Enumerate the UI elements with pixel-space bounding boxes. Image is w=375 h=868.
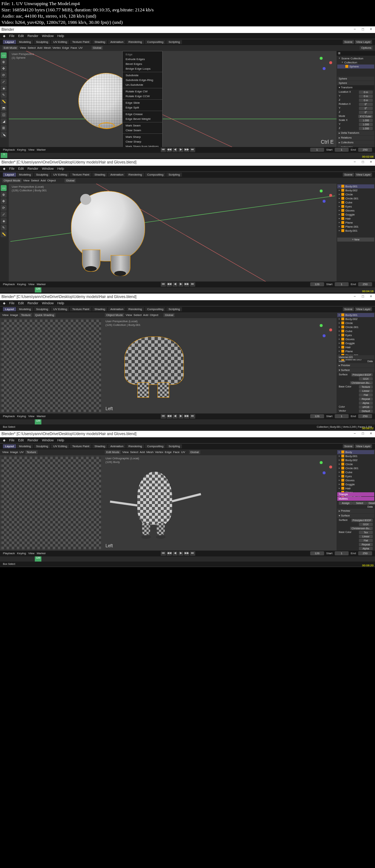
menu-item[interactable]: Un-Subdivide	[123, 82, 162, 87]
tab-layout[interactable]: Layout	[3, 173, 16, 177]
outliner-item[interactable]: ▸Gloves	[337, 478, 374, 482]
next-key-icon[interactable]: ▶▶	[184, 148, 189, 152]
mode-selector[interactable]: Edit Mode	[2, 46, 18, 50]
tab-rendering[interactable]: Rendering	[126, 40, 144, 44]
menu-item[interactable]: Edge Slide	[123, 100, 162, 105]
inset-tool-icon[interactable]: ◫	[1, 112, 7, 118]
menu-edit[interactable]: Edit	[18, 34, 24, 38]
tl-playback[interactable]: Playback	[3, 148, 15, 151]
menu-help[interactable]: Help	[57, 34, 64, 38]
menu-item[interactable]: Clear Sharp	[123, 139, 162, 144]
outliner-item[interactable]: ▸Eyes	[337, 474, 374, 478]
tb-face[interactable]: Face	[71, 46, 77, 49]
menu-item[interactable]: Mark Seam	[123, 123, 162, 128]
scene-selector[interactable]: Scene	[343, 40, 354, 44]
viewport-3d[interactable]: User Orthographic (Local)(126) Body Left	[103, 455, 337, 551]
menu-item[interactable]: Edge Bevel Weight	[123, 117, 162, 121]
tb-mesh[interactable]: Mesh	[44, 46, 51, 49]
outliner-item[interactable]: ▸Body.002	[337, 317, 374, 321]
outliner-item[interactable]: ▸Plane	[337, 221, 374, 225]
outliner-item[interactable]: ▸Circle.001	[337, 466, 374, 470]
mode-selector[interactable]: Object Mode	[2, 179, 22, 183]
outliner-item[interactable]: ▸Body.001	[337, 454, 374, 458]
nav-gizmo[interactable]	[315, 54, 334, 72]
tab-sculpting[interactable]: Sculpting	[34, 40, 51, 44]
annotate-tool-icon[interactable]: ✎	[1, 225, 7, 231]
tab-modeling[interactable]: Modeling	[17, 40, 33, 44]
menu-render[interactable]: Render	[27, 34, 38, 38]
outliner-item[interactable]: ▸Cube	[337, 470, 374, 474]
menu-item[interactable]: Bridge Edge Loops	[123, 66, 162, 71]
tab-scripting[interactable]: Scripting	[166, 40, 182, 44]
menu-edit[interactable]: Edit	[18, 167, 24, 170]
current-frame[interactable]: 1	[310, 148, 324, 152]
outliner-item[interactable]: ▸Cube	[337, 201, 374, 205]
outliner-item[interactable]: ▸Body.001	[337, 313, 374, 317]
outliner-item[interactable]: ▸Hair	[337, 345, 374, 349]
timeline[interactable]: Playback Keying View Marker ⏮ ◀◀ ◀ ▶ ▶▶ …	[0, 147, 375, 158]
texture-selector[interactable]: Texture	[19, 313, 32, 317]
menu-item[interactable]: Subdivide	[123, 73, 162, 78]
viewport-3d[interactable]: User Perspective (1) Sphere Edge Extrude…	[9, 51, 337, 147]
outliner-item[interactable]: ▸Circle	[337, 192, 374, 196]
outliner-item[interactable]: ▸Gloves	[337, 209, 374, 213]
menu-item[interactable]: Edge Split	[123, 105, 162, 110]
tab-uv[interactable]: UV Editing	[51, 40, 69, 44]
tb-image[interactable]: Image	[10, 313, 18, 317]
viewlayer-selector[interactable]: View Layer	[355, 40, 372, 44]
outliner-item[interactable]: ▸Circle.001	[337, 325, 374, 329]
select-tool-icon[interactable]: ▭	[1, 52, 7, 58]
tb-edge[interactable]: Edge	[62, 46, 69, 49]
menu-item[interactable]: Extrude Edges	[123, 57, 162, 62]
tab-shading[interactable]: Shading	[92, 40, 107, 44]
move-tool-icon[interactable]: ✥	[1, 66, 7, 71]
outliner-item[interactable]: ▸Body	[337, 450, 374, 454]
viewport-3d[interactable]: User Perspective (Local)(126) Collection…	[103, 318, 337, 413]
menu-item[interactable]: Mark Sharp from Vertices	[123, 144, 162, 147]
outliner-item[interactable]: ▸Gloves	[337, 337, 374, 341]
outliner-item[interactable]: ▸Body.001	[337, 229, 374, 233]
outliner[interactable]: ▸Body.001▸Body.002▸Circle▸Circle.001▸Cub…	[337, 312, 375, 354]
tab-compositing[interactable]: Compositing	[145, 40, 166, 44]
outliner[interactable]: ▸Body▸Body.001▸Body.002▸Circle▸Circle.00…	[337, 449, 375, 491]
outliner-item[interactable]: ▸Eyes	[337, 333, 374, 337]
bevel-tool-icon[interactable]: ◢	[1, 118, 7, 124]
outliner-item[interactable]: ▸Plane	[337, 349, 374, 353]
play-icon[interactable]: ▶	[178, 148, 183, 152]
outliner-item[interactable]: ▸Hair	[337, 486, 374, 490]
tab-texture[interactable]: Texture Paint	[70, 40, 92, 44]
end-frame[interactable]: 250	[358, 148, 372, 152]
outliner[interactable]: ▸Body.001▸Body.002▸Circle▸Circle.001▸Cub…	[337, 184, 375, 236]
tb-view[interactable]: View	[20, 46, 26, 49]
outliner-item[interactable]: ▸Circle.001	[337, 196, 374, 201]
tb-add[interactable]: Add	[37, 46, 42, 49]
move-tool-icon[interactable]: ✥	[1, 198, 7, 204]
tl-keying[interactable]: Keying	[17, 148, 26, 151]
uv-editor[interactable]	[1, 457, 101, 549]
close-button[interactable]: ×	[368, 160, 374, 165]
select-tool-icon[interactable]: ▭	[1, 185, 7, 191]
menu-window[interactable]: Window	[42, 167, 54, 170]
scale-tool-icon[interactable]: ⤢	[1, 79, 7, 85]
outliner-item[interactable]: ▸Cube	[337, 329, 374, 333]
outliner-item[interactable]: ▸Body.002	[337, 458, 374, 462]
menu-item[interactable]: Mark Sharp	[123, 135, 162, 139]
outliner-item[interactable]: ▸Circle	[337, 462, 374, 466]
rotate-tool-icon[interactable]: ⟳	[1, 205, 7, 211]
knife-tool-icon[interactable]: 🔪	[1, 132, 7, 137]
maximize-button[interactable]: □	[360, 160, 365, 165]
menu-item[interactable]: Clear Seam	[123, 128, 162, 133]
maximize-button[interactable]: □	[360, 27, 365, 32]
prev-key-icon[interactable]: ◀◀	[167, 148, 172, 152]
viewport-3d[interactable]: User Perspective (Local)(126) Collection…	[9, 184, 337, 282]
minimize-button[interactable]: −	[352, 160, 357, 165]
assign-button[interactable]: Assign	[339, 501, 353, 505]
menu-file[interactable]: File	[9, 167, 15, 170]
jump-end-icon[interactable]: ⏭	[190, 148, 195, 152]
tb-select[interactable]: Select	[27, 46, 36, 49]
start-frame[interactable]: 1	[335, 148, 349, 152]
tb-view[interactable]: View	[2, 313, 8, 317]
measure-tool-icon[interactable]: 📏	[1, 99, 7, 104]
nav-gizmo[interactable]	[315, 187, 334, 205]
measure-tool-icon[interactable]: 📏	[1, 231, 7, 237]
